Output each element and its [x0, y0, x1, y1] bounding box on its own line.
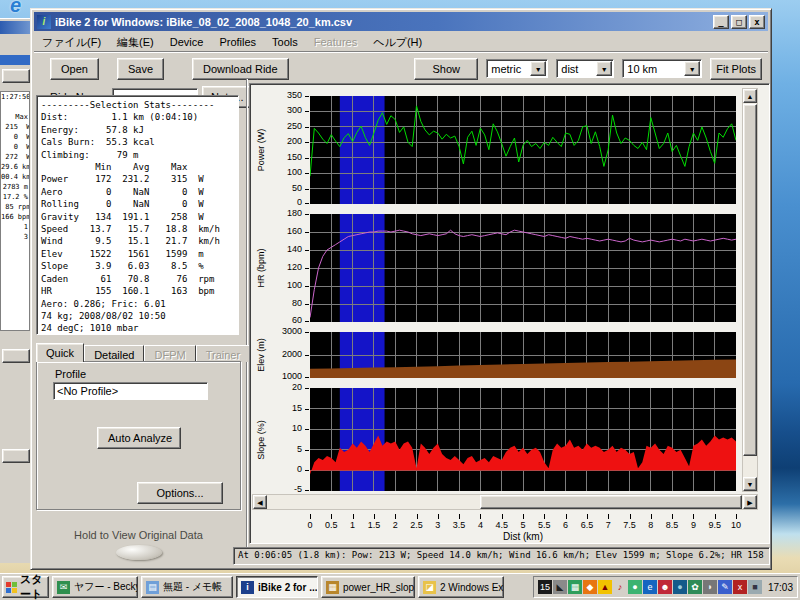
menu-profiles[interactable]: Profiles — [211, 34, 264, 50]
background-window-titlebar — [0, 21, 30, 34]
show-button[interactable]: Show — [414, 58, 478, 80]
combo-arrow-icon[interactable]: ▼ — [530, 61, 546, 76]
power-ytickmark — [305, 142, 309, 143]
power-ytick: 300 — [250, 105, 302, 115]
x-tickmark — [715, 514, 716, 519]
ibike-window: i iBike 2 for Windows: iBike_08_02_2008_… — [30, 8, 772, 570]
slope-ytickmark — [305, 429, 309, 430]
taskbar-button-power-hr-image[interactable]: ▦power_HR_slop... — [321, 576, 415, 598]
system-tray: 15◣▦◆▲♪●e☻●✿◗✎x■17:03 — [533, 576, 798, 598]
tray-user-icon[interactable]: ☻ — [658, 580, 672, 594]
tray-error-icon[interactable]: x — [733, 580, 747, 594]
taskbar-button-label: 無題 - メモ帳 — [163, 580, 222, 594]
ie-desktop-icon[interactable]: e — [10, 0, 21, 17]
tray-display-icon[interactable]: ◣ — [553, 580, 567, 594]
units-combo[interactable]: metric ▼ — [486, 59, 548, 78]
tray-mouse-icon[interactable]: ◗ — [703, 580, 717, 594]
tray-calendar-icon[interactable]: 15 — [538, 580, 552, 594]
background-window-stats: 1:27:50 Max 215 W 0 W 0 W 272 W 29.6 km … — [0, 91, 30, 331]
background-window-options[interactable] — [2, 449, 30, 463]
taskbar: スタート ✉ヤフー - Becky!..▤無題 - メモ帳iiBike 2 fo… — [0, 573, 800, 600]
menu-edit[interactable]: 編集(E) — [109, 33, 162, 52]
background-window-tab[interactable] — [2, 349, 30, 363]
window-title: iBike 2 for Windows: iBike_08_02_2008_10… — [55, 16, 709, 28]
open-button[interactable]: Open — [50, 58, 99, 80]
hold-button[interactable] — [116, 545, 162, 560]
background-window[interactable]: 1:27:50 Max 215 W 0 W 0 W 272 W 29.6 km … — [0, 18, 31, 563]
scroll-right-icon[interactable]: ▶ — [743, 495, 757, 509]
taskbar-button-yahoo-becky[interactable]: ✉ヤフー - Becky!.. — [52, 576, 138, 598]
hr-ytick: 80 — [250, 298, 302, 308]
slope-chart[interactable] — [310, 388, 736, 491]
vertical-scrollbar[interactable]: ▲ ▼ — [742, 88, 758, 492]
taskbar-button-ibike[interactable]: iiBike 2 for ... — [236, 576, 318, 598]
tab-quick[interactable]: Quick — [36, 343, 84, 362]
tray-messenger-icon[interactable]: e — [643, 580, 657, 594]
x-tickmark — [630, 514, 631, 519]
tray-ime-icon[interactable]: ● — [628, 580, 642, 594]
chart-panel: Power (W)050100150200250300350HR (bpm)60… — [249, 83, 770, 544]
tray-update-icon[interactable]: ◆ — [583, 580, 597, 594]
elev-chart[interactable] — [310, 332, 736, 378]
power-ytickmark — [305, 127, 309, 128]
hr-chart[interactable] — [310, 214, 736, 322]
maximize-button[interactable]: □ — [731, 15, 747, 29]
combo-arrow-icon[interactable]: ▼ — [684, 61, 700, 76]
quick-tab-panel: Profile <No Profile> Auto Analyze Option… — [36, 361, 241, 510]
power-plot-row: Power (W)050100150200250300350 — [250, 96, 736, 204]
close-button[interactable]: x — [749, 15, 765, 29]
axis-combo[interactable]: dist ▼ — [556, 59, 614, 78]
x-tickmark — [502, 514, 503, 519]
power-axis-label: Power (W) — [256, 129, 266, 172]
scroll-down-icon[interactable]: ▼ — [743, 477, 757, 491]
tray-flower-icon[interactable]: ✿ — [688, 580, 702, 594]
power-ytickmark — [305, 203, 309, 204]
menu-file[interactable]: ファイル(F) — [34, 33, 109, 52]
windows-logo-icon — [6, 582, 17, 593]
tray-security-icon[interactable]: ▲ — [598, 580, 612, 594]
scroll-up-icon[interactable]: ▲ — [743, 89, 757, 103]
fit-plots-button[interactable]: Fit Plots — [710, 58, 762, 80]
tray-volume-muted-icon[interactable]: ♪ — [613, 580, 627, 594]
menu-tools[interactable]: Tools — [264, 34, 306, 50]
power-ytick: 100 — [250, 167, 302, 177]
tray-monitor-icon[interactable]: ■ — [748, 580, 762, 594]
vertical-scroll-thumb[interactable] — [743, 104, 757, 456]
x-tickmark — [480, 514, 481, 519]
tray-picture-icon[interactable]: ▦ — [568, 580, 582, 594]
x-tickmark — [736, 514, 737, 519]
download-ride-button[interactable]: Download Ride — [192, 58, 289, 80]
tray-globe-icon[interactable]: ● — [673, 580, 687, 594]
taskbar-button-notepad[interactable]: ▤無題 - メモ帳 — [141, 576, 233, 598]
background-window-button[interactable] — [2, 69, 30, 83]
menu-device[interactable]: Device — [162, 34, 212, 50]
minimize-button[interactable]: _ — [713, 15, 729, 29]
slope-ytickmark — [305, 388, 309, 389]
range-combo[interactable]: 10 km ▼ — [622, 59, 702, 78]
status-text: At 0:06:05 (1.8 km): Pow: 213 W; Speed 1… — [238, 550, 764, 560]
power-ytick: 350 — [250, 90, 302, 100]
profile-combo[interactable]: <No Profile> — [53, 382, 208, 400]
horizontal-scrollbar[interactable]: ◀ ▶ — [252, 494, 758, 510]
horizontal-scroll-thumb[interactable] — [480, 495, 742, 509]
tab-detailed[interactable]: Detailed — [84, 345, 144, 362]
taskbar-clock[interactable]: 17:03 — [763, 582, 793, 593]
x-tickmark — [310, 514, 311, 519]
tray-pen-icon[interactable]: ✎ — [718, 580, 732, 594]
auto-analyze-button[interactable]: Auto Analyze — [97, 427, 181, 449]
slope-ytickmark — [305, 490, 309, 491]
menu-help[interactable]: ヘルプ(H) — [365, 33, 430, 52]
title-bar[interactable]: i iBike 2 for Windows: iBike_08_02_2008_… — [34, 12, 768, 31]
save-button[interactable]: Save — [117, 58, 164, 80]
taskbar-button-windows-explorer-group[interactable]: ◪2 Windows Ex...▼ — [418, 576, 504, 598]
tab-trainer: Trainer — [196, 345, 250, 362]
x-tickmark — [331, 514, 332, 519]
x-tickmark — [374, 514, 375, 519]
options-button[interactable]: Options... — [137, 482, 223, 504]
scroll-left-icon[interactable]: ◀ — [253, 495, 267, 509]
start-button[interactable]: スタート — [2, 576, 49, 598]
power-chart[interactable] — [310, 96, 736, 204]
slope-ytickmark — [305, 470, 309, 471]
combo-arrow-icon[interactable]: ▼ — [596, 61, 612, 76]
folder-icon: ◪ — [423, 581, 436, 594]
